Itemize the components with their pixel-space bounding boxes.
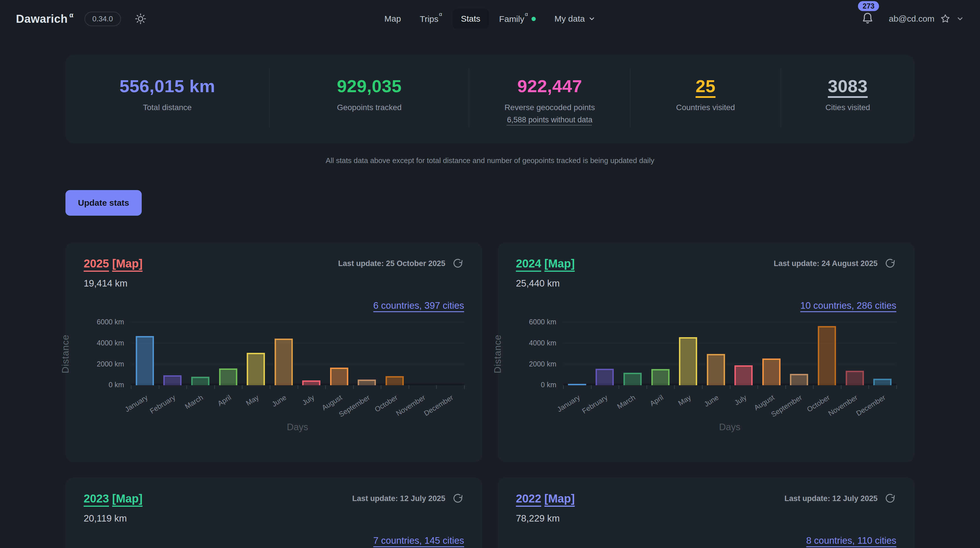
bar-july [302,380,320,386]
stat-label: Countries visited [642,103,769,112]
x-tick-label: August [320,393,344,412]
year-map-link[interactable]: [Map] [112,257,143,270]
stat-value: 929,035 [281,76,457,96]
year-label: 2023 [84,492,109,505]
points-without-data-link[interactable]: 6,588 points without data [507,116,592,124]
chart-plot: 0 km2000 km4000 km6000 kmDistanceJanuary… [131,322,464,385]
star-icon[interactable] [940,13,951,24]
bar-june [707,354,725,386]
year-card-2022: 2022 [Map]Last update: 12 July 202578,22… [498,477,915,548]
x-tick-mark [563,385,564,389]
x-tick-label: April [216,393,232,408]
summary-row: 10 countries, 286 cities [516,300,896,311]
x-tick-mark [674,385,675,389]
x-tick-mark [841,385,842,389]
x-tick-label: July [301,393,316,407]
stat-countries-visited: 25Countries visited [630,68,780,127]
bar-chart-2024: 0 km2000 km4000 km6000 kmDistanceJanuary… [563,311,896,422]
y-tick-label: 0 km [77,381,124,389]
refresh-icon[interactable] [884,492,896,505]
notifications-button[interactable]: 273 [858,9,877,29]
nav-item-map[interactable]: Map [376,9,409,29]
stat-label: Reverse geocoded points [480,103,619,112]
bar-september [790,374,808,386]
stat-value[interactable]: 25 [642,76,769,96]
app-logo[interactable]: Dawarichα [16,13,74,25]
chevron-down-icon [588,15,595,22]
year-distance: 25,440 km [516,278,896,289]
x-tick-label: May [245,393,260,407]
countries-cities-link[interactable]: 8 countries, 110 cities [806,535,896,546]
countries-cities-link[interactable]: 10 countries, 286 cities [800,300,896,311]
stat-value[interactable]: 3083 [792,76,903,96]
year-map-link[interactable]: [Map] [544,257,575,270]
year-label: 2022 [516,492,541,505]
chevron-down-icon [956,15,964,23]
x-tick-label: September [770,393,803,419]
card-header: 2024 [Map]Last update: 24 August 2025 [516,257,896,270]
gridline [131,343,464,343]
online-dot-icon [531,17,536,21]
last-update: Last update: 24 August 2025 [774,257,896,270]
bar-february [595,369,614,385]
stat-sublink-row: 6,588 points without data [480,112,619,124]
last-update: Last update: 12 July 2025 [784,492,896,505]
notification-count-badge: 273 [858,1,879,11]
nav-item-trips[interactable]: Tripsα [411,9,451,29]
last-update-text: Last update: 25 October 2025 [338,259,445,268]
user-menu[interactable]: ab@cd.com [889,13,964,24]
y-tick-label: 0 km [509,381,556,389]
countries-cities-link[interactable]: 7 countries, 145 cities [373,535,464,546]
navbar-right: 273 ab@cd.com [858,9,964,29]
theme-toggle-button[interactable] [132,11,149,27]
x-tick-label: December [422,393,455,418]
stat-cities-visited: 3083Cities visited [781,68,915,127]
x-tick-mark [214,385,215,389]
bar-april [219,369,237,385]
year-link-2025[interactable]: 2025 [Map] [84,257,143,270]
nav-item-my-data[interactable]: My data [546,9,604,29]
nav-item-label: My data [554,14,585,24]
year-link-2022[interactable]: 2022 [Map] [516,492,575,505]
year-distance: 19,414 km [84,278,464,289]
nav-item-stats[interactable]: Stats [452,9,489,29]
year-distance: 20,119 km [84,513,464,524]
year-map-link[interactable]: [Map] [112,492,143,505]
stats-summary-panel: 556,015 kmTotal distance929,035Geopoints… [65,55,915,143]
bar-november [846,371,864,386]
year-map-link[interactable]: [Map] [544,492,575,505]
year-link-2023[interactable]: 2023 [Map] [84,492,143,505]
refresh-icon[interactable] [884,257,896,270]
stat-label: Total distance [77,103,258,112]
refresh-icon[interactable] [452,257,464,270]
countries-cities-link[interactable]: 6 countries, 397 cities [373,300,464,311]
x-tick-label: August [752,393,776,412]
x-tick-mark [270,385,270,389]
x-tick-label: November [827,393,859,418]
nav-item-family[interactable]: Familyα [490,9,544,29]
refresh-icon[interactable] [452,492,464,505]
bar-may [247,353,265,385]
update-stats-button[interactable]: Update stats [65,190,142,216]
app-name: Dawarich [16,13,68,25]
user-email: ab@cd.com [889,14,934,24]
nav-item-label: Stats [461,14,480,24]
x-tick-label: June [703,393,720,408]
x-tick-mark [464,385,465,389]
y-axis-title: Distance [492,322,504,385]
x-tick-label: May [677,393,692,407]
y-tick-label: 4000 km [509,339,556,347]
alpha-badge: α [525,11,528,17]
main-nav: MapTripsαStatsFamilyαMy data [376,9,604,29]
year-link-2024[interactable]: 2024 [Map] [516,257,575,270]
bell-icon [860,11,875,26]
summary-row: 6 countries, 397 cities [84,300,464,311]
summary-row: 8 countries, 110 cities [516,535,896,546]
bar-july [735,365,752,385]
x-tick-mark [186,385,187,389]
x-tick-label: June [270,393,288,408]
x-tick-mark [785,385,786,389]
stat-label: Geopoints tracked [281,103,457,112]
sun-icon [135,13,146,25]
year-distance: 78,229 km [516,513,896,524]
